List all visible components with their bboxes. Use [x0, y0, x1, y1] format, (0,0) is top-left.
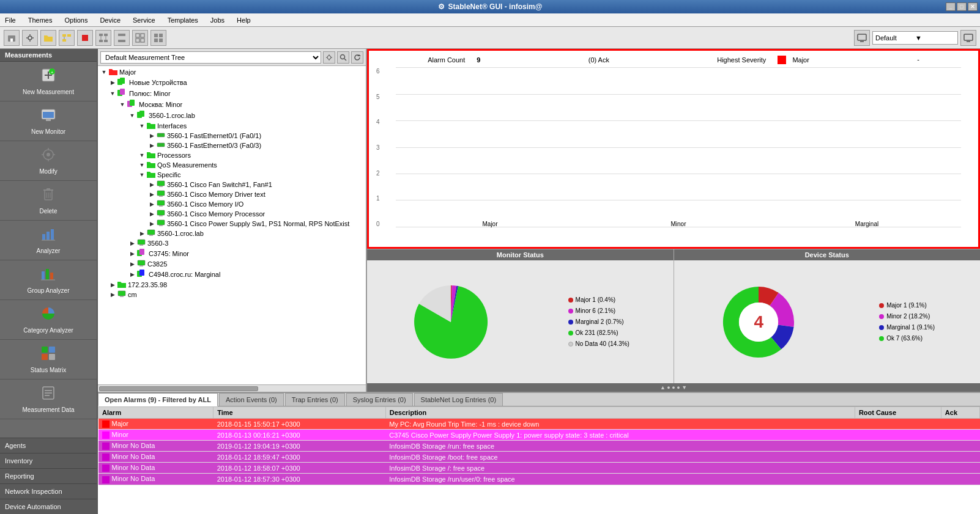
tree-item-node-moscow[interactable]: ▼ Москва: Minor — [99, 99, 365, 110]
sidebar-inventory[interactable]: Inventory — [0, 453, 97, 468]
sidebar-item-new-monitor[interactable]: New Monitor — [0, 101, 97, 141]
tree-expand-icon[interactable]: ▶ — [128, 250, 136, 257]
tree-item-node-3560-3[interactable]: ▶ 3560-3 — [99, 238, 365, 248]
tree-expand-icon[interactable]: ▶ — [148, 220, 155, 227]
tree-item-node-172[interactable]: ▶ 172.23.35.98 — [99, 280, 365, 290]
minimize-button[interactable]: _ — [946, 2, 956, 11]
tab-stablenet-log[interactable]: StableNet Log Entries (0) — [414, 393, 503, 406]
settings2-button[interactable] — [960, 30, 976, 46]
tree-dropdown[interactable]: Default Measurement Tree — [100, 51, 321, 64]
tree-expand-icon[interactable]: ▶ — [148, 132, 155, 139]
menu-device[interactable]: Device — [97, 16, 123, 24]
menu-themes[interactable]: Themes — [26, 16, 55, 24]
menu-file[interactable]: File — [2, 16, 18, 24]
tree-expand-icon[interactable]: ▶ — [148, 191, 155, 198]
tab-action-events[interactable]: Action Events (0) — [219, 393, 284, 406]
tree-item-node-cm[interactable]: ▶ cm — [99, 290, 365, 299]
sidebar-network-inspection[interactable]: Network Inspection — [0, 483, 97, 499]
menu-templates[interactable]: Templates — [165, 16, 201, 24]
collapse-tree-button[interactable] — [114, 30, 130, 46]
tree-expand-icon[interactable]: ▼ — [138, 122, 146, 130]
table-row[interactable]: Major2018-01-15 15:50:17 +0300My PC: Avg… — [98, 419, 980, 430]
tree-expand-icon[interactable]: ▶ — [148, 200, 155, 208]
tree-expand-icon[interactable]: ▶ — [148, 142, 155, 149]
restore-button[interactable]: □ — [957, 2, 967, 11]
grid-off-button[interactable] — [132, 30, 148, 46]
tree-item-node-processors[interactable]: ▼ Processors — [99, 150, 365, 160]
sidebar-item-modify[interactable]: Modify — [0, 141, 97, 181]
tree-item-node-c3825[interactable]: ▶ C3825 — [99, 259, 365, 269]
tree-item-node-new-devices[interactable]: ▶ Новые Устройства — [99, 77, 365, 88]
monitor-icon-button[interactable] — [854, 30, 870, 46]
tree-search-button[interactable] — [337, 51, 349, 64]
tree-expand-icon[interactable]: ▶ — [148, 181, 155, 188]
tab-trap-entries[interactable]: Trap Entries (0) — [285, 393, 345, 406]
close-button[interactable]: ✕ — [968, 2, 978, 11]
tree-expand-icon[interactable]: ▶ — [128, 271, 136, 278]
sidebar-item-group-analyzer[interactable]: Group Analyzer — [0, 260, 97, 300]
table-row[interactable]: Minor No Data2018-01-12 18:58:07 +0300In… — [98, 463, 980, 474]
sidebar-item-delete[interactable]: Delete — [0, 181, 97, 221]
tree-expand-icon[interactable]: ▼ — [109, 90, 116, 97]
home-button[interactable] — [4, 30, 20, 46]
sidebar-item-status-matrix[interactable]: Status Matrix — [0, 340, 97, 380]
settings-button[interactable] — [22, 30, 38, 46]
menu-options[interactable]: Options — [62, 16, 90, 24]
tree-item-node-fa01[interactable]: ▶ 3560-1 FastEthernet0/1 (Fa0/1) — [99, 131, 365, 141]
tree-expand-icon[interactable]: ▼ — [119, 101, 126, 108]
tree-expand-icon[interactable]: ▶ — [109, 291, 116, 298]
tree-scrollbar-h[interactable] — [98, 384, 366, 392]
tree-expand-icon[interactable]: ▼ — [138, 161, 146, 169]
tree-expand-icon[interactable]: ▶ — [148, 210, 155, 218]
table-row[interactable]: Minor No Data2018-01-12 18:57:30 +0300In… — [98, 474, 980, 485]
menu-help[interactable]: Help — [234, 16, 253, 24]
tree-expand-icon[interactable]: ▶ — [138, 230, 146, 237]
tree-item-node-3560-1[interactable]: ▼ 3560-1.croc.lab — [99, 110, 365, 121]
tree-item-node-mem-proc[interactable]: ▶ 3560-1 Cisco Memory Processor — [99, 209, 365, 219]
tree-expand-icon[interactable]: ▼ — [138, 171, 146, 178]
expand-tree-button[interactable] — [95, 30, 111, 46]
table-row[interactable]: Minor No Data2019-01-12 19:04:19 +0300In… — [98, 441, 980, 452]
scroll-indicator[interactable]: ▲ ● ● ● ▼ — [367, 383, 980, 392]
tree-item-node-3560-1b[interactable]: ▶ 3560-1.croc.lab — [99, 229, 365, 238]
tree-item-node-fan[interactable]: ▶ 3560-1 Cisco Fan Switch#1, Fan#1 — [99, 180, 365, 189]
tree-expand-icon[interactable]: ▼ — [100, 68, 108, 76]
tree-body[interactable]: ▼ Major▶ Новые Устройства▼ Полюс: Minor▼… — [98, 66, 366, 384]
profile-dropdown[interactable]: Default ▼ — [872, 31, 958, 45]
sidebar-agents[interactable]: Agents — [0, 438, 97, 453]
sidebar-device-automation[interactable]: Device Automation — [0, 499, 97, 514]
sidebar-item-category-analyzer[interactable]: Category Analyzer — [0, 300, 97, 340]
folder-button[interactable] — [40, 30, 56, 46]
tree-refresh-button[interactable] — [351, 51, 363, 64]
tree-item-node-power[interactable]: ▶ 3560-1 Cisco Power Supply Sw1, PS1 Nor… — [99, 219, 365, 229]
table-row[interactable]: Minor No Data2018-01-12 18:59:47 +0300In… — [98, 452, 980, 463]
table-row[interactable]: Minor2018-01-13 00:16:21 +0300C3745 Cisc… — [98, 430, 980, 441]
tree-item-node-qos[interactable]: ▼ QoS Measurements — [99, 160, 365, 170]
tab-syslog-entries[interactable]: Syslog Entries (0) — [346, 393, 413, 406]
tree-item-node-mem-io[interactable]: ▶ 3560-1 Cisco Memory I/O — [99, 199, 365, 209]
tree-settings-button[interactable] — [323, 51, 335, 64]
sidebar-item-new-measurement[interactable]: + New Measurement — [0, 62, 97, 101]
tab-open-alarms[interactable]: Open Alarms (9) - Filtered by ALL — [98, 393, 218, 406]
tree-item-node-major[interactable]: ▼ Major — [99, 67, 365, 77]
tree-item-node-polyus[interactable]: ▼ Полюс: Minor — [99, 88, 365, 99]
stop-button[interactable] — [77, 30, 93, 46]
tree-item-node-interfaces[interactable]: ▼ Interfaces — [99, 121, 365, 131]
tree-item-node-mem-driver[interactable]: ▶ 3560-1 Cisco Memory Driver text — [99, 189, 365, 199]
tree-item-node-specific[interactable]: ▼ Specific — [99, 170, 365, 180]
tree-expand-icon[interactable]: ▼ — [138, 152, 146, 159]
tree-expand-icon[interactable]: ▼ — [128, 112, 136, 119]
sidebar-item-measurement-data[interactable]: Measurement Data — [0, 380, 97, 419]
tree-expand-icon[interactable]: ▶ — [128, 240, 136, 247]
sidebar-reporting[interactable]: Reporting — [0, 468, 97, 483]
tree-item-node-c3745[interactable]: ▶ C3745: Minor — [99, 248, 365, 259]
tree-expand-icon[interactable]: ▶ — [109, 281, 116, 288]
tree-expand-icon[interactable]: ▶ — [128, 260, 136, 268]
tree-item-node-fa03[interactable]: ▶ 3560-1 FastEthernet0/3 (Fa0/3) — [99, 141, 365, 150]
tree-expand-icon[interactable]: ▶ — [109, 79, 116, 86]
folder-tree-button[interactable] — [59, 30, 75, 46]
menu-jobs[interactable]: Jobs — [208, 16, 227, 24]
tree-item-node-c4948[interactable]: ▶ C4948.croc.ru: Marginal — [99, 269, 365, 280]
sidebar-item-analyzer[interactable]: Analyzer — [0, 221, 97, 260]
grid-on-button[interactable] — [150, 30, 166, 46]
